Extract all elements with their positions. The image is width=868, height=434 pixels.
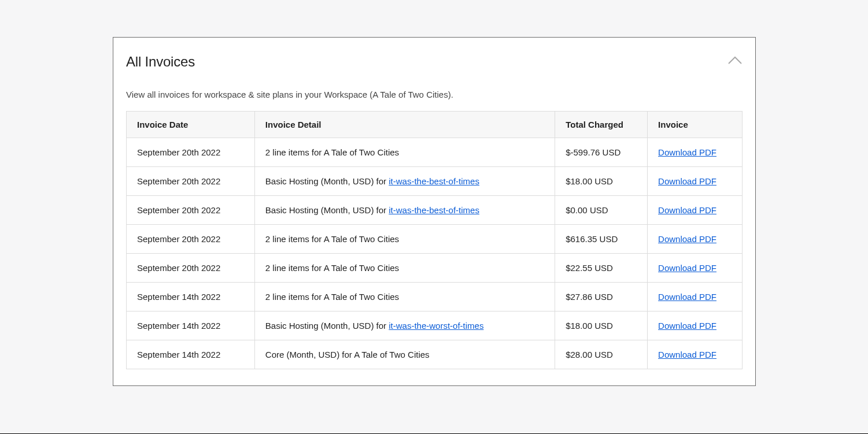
site-link[interactable]: it-was-the-best-of-times <box>389 205 479 215</box>
cell-invoice: Download PDF <box>648 311 743 340</box>
cell-total: $28.00 USD <box>555 340 648 369</box>
cell-date: September 20th 2022 <box>127 138 255 167</box>
download-pdf-link[interactable]: Download PDF <box>658 263 716 273</box>
cell-total: $22.55 USD <box>555 254 648 283</box>
detail-text: 2 line items for A Tale of Two Cities <box>265 263 399 273</box>
table-row: September 14th 2022Core (Month, USD) for… <box>127 340 743 369</box>
cell-detail: 2 line items for A Tale of Two Cities <box>254 225 555 254</box>
detail-text: Basic Hosting (Month, USD) for <box>265 321 389 331</box>
cell-date: September 20th 2022 <box>127 225 255 254</box>
cell-date: September 14th 2022 <box>127 311 255 340</box>
table-row: September 20th 20222 line items for A Ta… <box>127 225 743 254</box>
site-link[interactable]: it-was-the-worst-of-times <box>389 321 483 331</box>
detail-text: 2 line items for A Tale of Two Cities <box>265 147 399 157</box>
cell-date: September 20th 2022 <box>127 196 255 225</box>
table-row: September 14th 20222 line items for A Ta… <box>127 283 743 311</box>
cell-date: September 14th 2022 <box>127 340 255 369</box>
cell-date: September 14th 2022 <box>127 283 255 311</box>
cell-date: September 20th 2022 <box>127 167 255 196</box>
cell-detail: 2 line items for A Tale of Two Cities <box>254 254 555 283</box>
detail-text: 2 line items for A Tale of Two Cities <box>265 292 399 302</box>
cell-detail: 2 line items for A Tale of Two Cities <box>254 138 555 167</box>
detail-text: Basic Hosting (Month, USD) for <box>265 205 389 215</box>
detail-text: 2 line items for A Tale of Two Cities <box>265 234 399 244</box>
cell-invoice: Download PDF <box>648 283 743 311</box>
cell-invoice: Download PDF <box>648 254 743 283</box>
detail-text: Basic Hosting (Month, USD) for <box>265 176 389 186</box>
cell-total: $616.35 USD <box>555 225 648 254</box>
col-header-detail: Invoice Detail <box>254 112 555 138</box>
download-pdf-link[interactable]: Download PDF <box>658 292 716 302</box>
card-header: All Invoices <box>126 54 743 70</box>
cell-detail: Basic Hosting (Month, USD) for it-was-th… <box>254 311 555 340</box>
download-pdf-link[interactable]: Download PDF <box>658 350 716 359</box>
cell-detail: Basic Hosting (Month, USD) for it-was-th… <box>254 196 555 225</box>
cell-invoice: Download PDF <box>648 340 743 369</box>
download-pdf-link[interactable]: Download PDF <box>658 176 716 186</box>
cell-total: $18.00 USD <box>555 167 648 196</box>
card-subtitle: View all invoices for workspace & site p… <box>126 90 743 99</box>
invoices-table: Invoice Date Invoice Detail Total Charge… <box>126 111 743 369</box>
table-header-row: Invoice Date Invoice Detail Total Charge… <box>127 112 743 138</box>
table-row: September 14th 2022Basic Hosting (Month,… <box>127 311 743 340</box>
col-header-date: Invoice Date <box>127 112 255 138</box>
cell-detail: Core (Month, USD) for A Tale of Two Citi… <box>254 340 555 369</box>
cell-total: $-599.76 USD <box>555 138 648 167</box>
table-row: September 20th 2022Basic Hosting (Month,… <box>127 196 743 225</box>
chevron-up-icon[interactable] <box>727 56 743 68</box>
cell-detail: 2 line items for A Tale of Two Cities <box>254 283 555 311</box>
cell-detail: Basic Hosting (Month, USD) for it-was-th… <box>254 167 555 196</box>
cell-total: $0.00 USD <box>555 196 648 225</box>
card-title: All Invoices <box>126 54 195 70</box>
cell-total: $18.00 USD <box>555 311 648 340</box>
cell-invoice: Download PDF <box>648 225 743 254</box>
table-row: September 20th 20222 line items for A Ta… <box>127 254 743 283</box>
detail-text: Core (Month, USD) for A Tale of Two Citi… <box>265 350 430 359</box>
cell-invoice: Download PDF <box>648 167 743 196</box>
col-header-total: Total Charged <box>555 112 648 138</box>
table-row: September 20th 2022Basic Hosting (Month,… <box>127 167 743 196</box>
site-link[interactable]: it-was-the-best-of-times <box>389 176 479 186</box>
cell-total: $27.86 USD <box>555 283 648 311</box>
download-pdf-link[interactable]: Download PDF <box>658 205 716 215</box>
download-pdf-link[interactable]: Download PDF <box>658 321 716 331</box>
download-pdf-link[interactable]: Download PDF <box>658 234 716 244</box>
cell-invoice: Download PDF <box>648 196 743 225</box>
table-row: September 20th 20222 line items for A Ta… <box>127 138 743 167</box>
col-header-invoice: Invoice <box>648 112 743 138</box>
download-pdf-link[interactable]: Download PDF <box>658 147 716 157</box>
cell-invoice: Download PDF <box>648 138 743 167</box>
invoices-card: All Invoices View all invoices for works… <box>113 37 756 386</box>
cell-date: September 20th 2022 <box>127 254 255 283</box>
